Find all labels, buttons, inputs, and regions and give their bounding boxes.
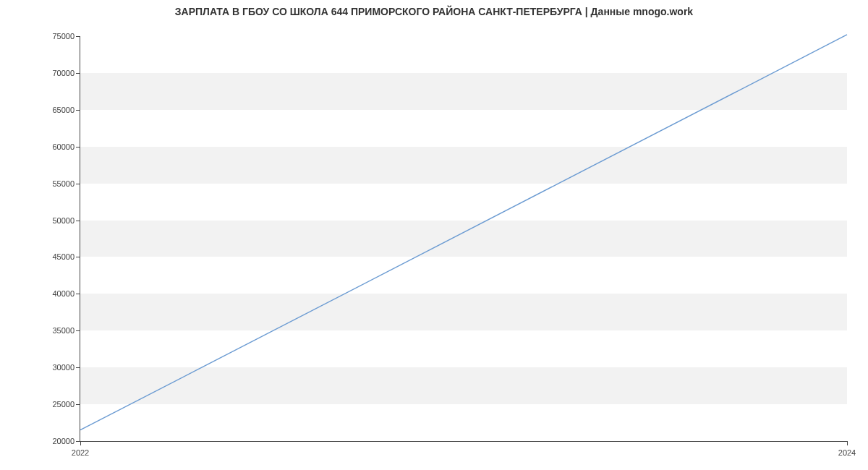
chart-title: ЗАРПЛАТА В ГБОУ СО ШКОЛА 644 ПРИМОРСКОГО… — [0, 6, 868, 17]
y-tick-label: 35000 — [43, 326, 75, 335]
y-tick — [76, 257, 80, 257]
y-tick — [76, 36, 80, 37]
plot-area: 2000025000300003500040000450005000055000… — [80, 36, 847, 442]
y-tick — [76, 330, 80, 331]
x-tick-label: 2024 — [838, 448, 856, 457]
y-tick-label: 30000 — [43, 363, 75, 372]
data-line — [80, 36, 847, 441]
series-line — [80, 35, 847, 430]
y-tick-label: 60000 — [43, 142, 75, 151]
y-tick-label: 25000 — [43, 400, 75, 409]
y-tick — [76, 294, 80, 294]
x-tick-label: 2022 — [72, 448, 89, 457]
y-tick-label: 70000 — [43, 69, 75, 77]
y-tick-label: 40000 — [43, 289, 75, 298]
y-tick — [76, 221, 80, 221]
y-tick — [76, 110, 80, 111]
y-tick-label: 45000 — [43, 252, 75, 261]
y-tick — [76, 404, 80, 405]
y-tick-label: 55000 — [43, 179, 75, 188]
x-tick — [847, 441, 848, 445]
y-tick-label: 50000 — [43, 216, 75, 225]
chart-container: ЗАРПЛАТА В ГБОУ СО ШКОЛА 644 ПРИМОРСКОГО… — [0, 0, 868, 470]
y-tick-label: 65000 — [43, 106, 75, 114]
y-tick — [76, 367, 80, 368]
x-tick — [80, 441, 81, 445]
y-tick-label: 75000 — [43, 32, 75, 40]
y-tick — [76, 73, 80, 74]
y-tick-label: 20000 — [43, 437, 75, 445]
y-tick — [76, 147, 80, 148]
y-tick — [76, 184, 80, 184]
